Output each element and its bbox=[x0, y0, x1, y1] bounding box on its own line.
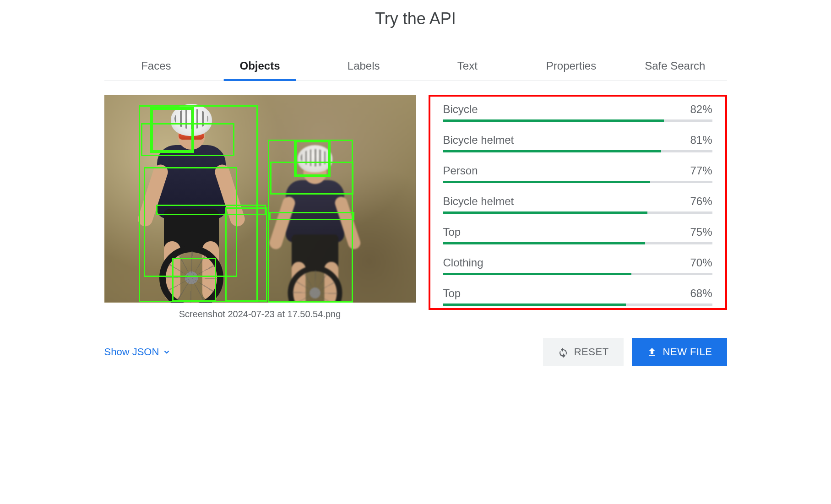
chevron-down-icon bbox=[163, 348, 171, 356]
tab-faces[interactable]: Faces bbox=[104, 51, 208, 81]
confidence-bar-fill bbox=[443, 242, 645, 244]
confidence-bar-track bbox=[443, 211, 712, 214]
content: Screenshot 2024-07-23 at 17.50.54.png Bi… bbox=[104, 95, 727, 320]
confidence-bar-track bbox=[443, 242, 712, 244]
detection-row[interactable]: Bicycle helmet81% bbox=[443, 134, 712, 152]
detection-confidence: 68% bbox=[690, 287, 712, 300]
detection-label: Clothing bbox=[443, 256, 483, 269]
confidence-bar-track bbox=[443, 119, 712, 122]
footer: Show JSON RESET NEW FILE bbox=[104, 338, 727, 366]
results-panel: Bicycle82%Bicycle helmet81%Person77%Bicy… bbox=[429, 95, 727, 310]
tab-properties[interactable]: Properties bbox=[519, 51, 623, 81]
confidence-bar-track bbox=[443, 181, 712, 183]
detection-box bbox=[150, 107, 194, 153]
detection-label: Bicycle bbox=[443, 103, 478, 116]
show-json-link[interactable]: Show JSON bbox=[104, 346, 171, 358]
detection-confidence: 82% bbox=[690, 103, 712, 116]
tab-safe-search[interactable]: Safe Search bbox=[623, 51, 727, 81]
detection-row[interactable]: Clothing70% bbox=[443, 256, 712, 275]
tab-text[interactable]: Text bbox=[416, 51, 520, 81]
image-panel: Screenshot 2024-07-23 at 17.50.54.png bbox=[104, 95, 416, 320]
reset-button[interactable]: RESET bbox=[543, 338, 624, 366]
detection-row[interactable]: Top68% bbox=[443, 287, 712, 306]
detection-row[interactable]: Bicycle82% bbox=[443, 103, 712, 122]
confidence-bar-fill bbox=[443, 119, 664, 122]
image-caption: Screenshot 2024-07-23 at 17.50.54.png bbox=[104, 309, 416, 320]
new-file-button[interactable]: NEW FILE bbox=[632, 338, 727, 366]
confidence-bar-fill bbox=[443, 150, 661, 152]
confidence-bar-fill bbox=[443, 303, 626, 306]
detection-confidence: 70% bbox=[690, 256, 712, 269]
confidence-bar-track bbox=[443, 303, 712, 306]
analyzed-image bbox=[104, 95, 416, 303]
show-json-label: Show JSON bbox=[104, 346, 159, 358]
tabs: FacesObjectsLabelsTextPropertiesSafe Sea… bbox=[104, 51, 727, 81]
new-file-label: NEW FILE bbox=[663, 346, 712, 358]
confidence-bar-fill bbox=[443, 181, 651, 183]
detection-row[interactable]: Bicycle helmet76% bbox=[443, 195, 712, 214]
detection-label: Top bbox=[443, 226, 461, 238]
upload-icon bbox=[646, 347, 657, 358]
action-buttons: RESET NEW FILE bbox=[543, 338, 727, 366]
detection-row[interactable]: Top75% bbox=[443, 226, 712, 244]
detection-confidence: 76% bbox=[690, 195, 712, 208]
detection-label: Top bbox=[443, 287, 461, 300]
tab-objects[interactable]: Objects bbox=[208, 51, 312, 81]
reset-icon bbox=[558, 347, 569, 358]
detection-box bbox=[172, 258, 216, 302]
detection-confidence: 77% bbox=[690, 164, 712, 177]
detection-label: Bicycle helmet bbox=[443, 134, 514, 146]
detection-label: Bicycle helmet bbox=[443, 195, 514, 208]
detection-box bbox=[269, 212, 354, 220]
confidence-bar-track bbox=[443, 150, 712, 152]
detection-confidence: 81% bbox=[690, 134, 712, 146]
confidence-bar-fill bbox=[443, 211, 648, 214]
detection-box bbox=[294, 140, 331, 177]
confidence-bar-track bbox=[443, 273, 712, 275]
detection-confidence: 75% bbox=[690, 226, 712, 238]
detection-box bbox=[225, 207, 267, 302]
detection-label: Person bbox=[443, 164, 478, 177]
reset-label: RESET bbox=[574, 346, 609, 358]
detection-row[interactable]: Person77% bbox=[443, 164, 712, 183]
tab-labels[interactable]: Labels bbox=[312, 51, 416, 81]
page-title: Try the API bbox=[104, 9, 727, 28]
confidence-bar-fill bbox=[443, 273, 632, 275]
